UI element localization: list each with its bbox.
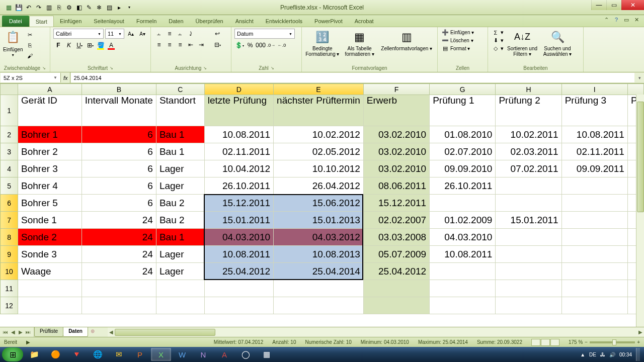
ribbon-tab-entwicklertools[interactable]: Entwicklertools [260,16,308,27]
sheet-tab[interactable]: Daten [63,327,88,337]
qat-item-icon[interactable]: ✎ [85,3,94,12]
bold-button[interactable]: F [53,40,63,50]
tray-network-icon[interactable]: 🖧 [600,352,605,357]
new-sheet-button[interactable]: ⊕ [88,327,98,337]
col-header[interactable]: B [82,84,156,95]
task-explorer-icon[interactable]: 📁 [24,348,44,361]
restore-window-icon[interactable]: ▭ [623,17,630,23]
font-color-icon[interactable]: A [106,40,116,50]
formula-input[interactable]: 25.04.2014 [71,73,634,82]
prev-sheet-icon[interactable]: ◀ [10,329,17,335]
qat-item-icon[interactable]: ▤ [105,3,114,12]
spreadsheet-grid[interactable]: ABCDEFGHI1Gerät IDIntervall MonateStando… [0,83,644,314]
page-layout-view-icon[interactable] [541,339,550,346]
row-header[interactable]: 1 [1,95,18,126]
last-sheet-icon[interactable]: ⏭ [25,329,32,335]
qat-item-icon[interactable]: ❄ [95,3,104,12]
col-header[interactable]: A [18,84,82,95]
delete-cells-button[interactable]: ➖Löschen ▾ [441,37,485,44]
qat-customize-icon[interactable]: ▾ [125,3,134,12]
align-left-icon[interactable]: ≡ [154,40,164,50]
clear-button[interactable]: ◇▾ [491,45,505,52]
save-icon[interactable]: 💾 [14,3,23,12]
task-outlook-icon[interactable]: ✉ [109,348,129,361]
task-onenote-icon[interactable]: N [193,348,213,361]
ribbon-tab-ansicht[interactable]: Ansicht [229,16,260,27]
task-powerpoint-icon[interactable]: P [130,348,150,361]
autosum-button[interactable]: Σ▾ [491,29,505,36]
expand-formula-icon[interactable]: ▾ [635,72,644,83]
zoom-out-icon[interactable]: − [585,339,588,345]
align-middle-icon[interactable]: ≡ [165,29,175,39]
dialog-launcher-icon[interactable]: ↘ [110,66,113,70]
col-header[interactable]: D [204,84,273,95]
ribbon-tab-powerpivot[interactable]: PowerPivot [308,16,349,27]
ribbon-tab-formeln[interactable]: Formeln [130,16,163,27]
orientation-icon[interactable]: ⤸ [186,29,196,39]
ribbon-tab-überprüfen[interactable]: Überprüfen [190,16,229,27]
merge-center-icon[interactable]: ⊟▾ [210,40,224,50]
normal-view-icon[interactable] [531,339,540,346]
row-header[interactable]: 8 [1,229,18,246]
dialog-launcher-icon[interactable]: ↘ [42,66,46,70]
task-word-icon[interactable]: W [172,348,192,361]
currency-icon[interactable]: 💲▾ [234,40,245,50]
ribbon-tab-daten[interactable]: Daten [163,16,189,27]
fill-button[interactable]: ⬇▾ [491,37,505,44]
font-name-combo[interactable]: Calibri▼ [53,29,104,39]
increase-decimal-icon[interactable]: .0→ [266,40,276,50]
row-header[interactable]: 3 [1,143,18,160]
task-snagit-icon[interactable]: ◯ [235,348,256,361]
row-header[interactable]: 12 [1,297,18,314]
format-painter-icon[interactable]: 🖌 [25,51,35,60]
row-header[interactable]: 6 [1,195,18,212]
help-icon[interactable]: ? [613,17,620,23]
page-break-view-icon[interactable] [550,339,559,346]
scroll-right-icon[interactable]: ▶ [637,329,644,335]
col-header[interactable]: C [156,84,204,95]
wrap-text-icon[interactable]: ↩ [210,29,224,39]
maximize-button[interactable]: ▭ [606,0,621,10]
task-vlc-icon[interactable]: 🔻 [66,348,87,361]
col-header[interactable]: I [561,84,627,95]
col-header[interactable]: G [430,84,496,95]
minimize-ribbon-icon[interactable]: ⌃ [603,17,610,23]
tray-clock[interactable]: 00:34 [619,352,632,357]
task-ie-icon[interactable]: 🌐 [88,348,108,361]
border-icon[interactable]: ⊞▾ [85,40,95,50]
cut-icon[interactable]: ✂ [25,30,35,39]
start-button[interactable]: ⊞ [2,347,23,361]
number-format-combo[interactable]: Datum▼ [234,29,295,39]
row-header[interactable]: 7 [1,212,18,229]
insert-cells-button[interactable]: ➕Einfügen ▾ [441,29,485,36]
italic-button[interactable]: K [64,40,74,50]
qat-item-icon[interactable]: ◧ [74,3,84,12]
grow-font-icon[interactable]: A▴ [126,29,136,39]
close-workbook-icon[interactable]: ✕ [633,17,640,23]
tray-language[interactable]: DE [589,352,596,357]
row-header[interactable]: 10 [1,263,18,280]
dialog-launcher-icon[interactable]: ↘ [271,66,274,70]
row-header[interactable]: 5 [1,177,18,195]
align-top-icon[interactable]: ⫠ [154,29,164,39]
ribbon-tab-einfügen[interactable]: Einfügen [54,16,88,27]
close-button[interactable]: ✕ [621,0,644,10]
name-box[interactable]: 5Z x 2S▼ [1,73,61,82]
align-center-icon[interactable]: ≡ [165,40,175,50]
col-header[interactable]: E [274,84,364,95]
ribbon-tab-start[interactable]: Start [29,16,54,27]
zoom-slider[interactable] [590,341,635,343]
ribbon-tab-acrobat[interactable]: Acrobat [349,16,380,27]
dialog-launcher-icon[interactable]: ↘ [203,66,207,70]
underline-button[interactable]: U▾ [74,40,85,50]
show-desktop-button[interactable] [636,348,640,361]
ribbon-tab-seitenlayout[interactable]: Seitenlayout [88,16,130,27]
percent-icon[interactable]: % [245,40,255,50]
qat-item-icon[interactable]: ⚙ [64,3,73,12]
row-header[interactable]: 9 [1,246,18,263]
first-sheet-icon[interactable]: ⏮ [2,329,9,335]
task-excel-icon[interactable]: X [151,348,171,361]
undo-icon[interactable]: ↶ [24,3,33,12]
qat-item-icon[interactable]: ▸ [115,3,124,12]
qat-item-icon[interactable]: ⎘ [54,3,63,12]
